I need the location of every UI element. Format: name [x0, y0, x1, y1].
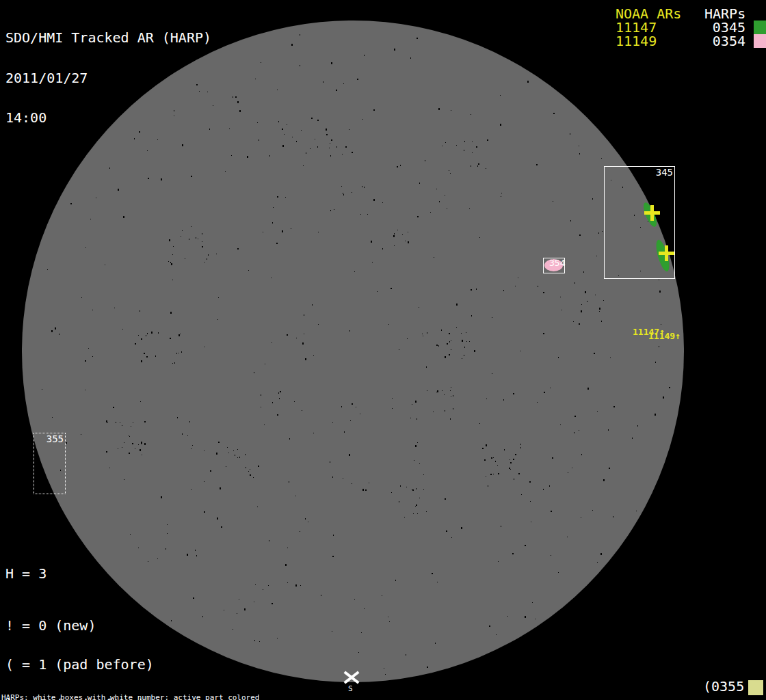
magnetogram-speckle [280, 391, 281, 392]
table-row: 11149 0354 [616, 34, 766, 48]
magnetogram-speckle [394, 49, 395, 51]
magnetogram-speckle [608, 429, 609, 431]
magnetogram-speckle [237, 457, 238, 458]
magnetogram-speckle [489, 625, 490, 627]
magnetogram-speckle [332, 422, 333, 423]
magnetogram-speckle [362, 489, 364, 491]
magnetogram-speckle [610, 358, 611, 358]
magnetogram-speckle [602, 231, 603, 232]
magnetogram-speckle [313, 355, 314, 356]
magnetogram-speckle [388, 324, 389, 325]
magnetogram-speckle [245, 454, 246, 455]
magnetogram-speckle [568, 472, 568, 473]
magnetogram-speckle [171, 263, 172, 265]
magnetogram-speckle [601, 321, 602, 322]
magnetogram-speckle [332, 556, 334, 557]
magnetogram-speckle [414, 460, 414, 461]
magnetogram-speckle [210, 470, 211, 472]
magnetogram-speckle [277, 414, 278, 416]
magnetogram-speckle [161, 496, 162, 498]
magnetogram-speckle [464, 347, 465, 348]
magnetogram-speckle [142, 455, 142, 455]
magnetogram-speckle [185, 258, 185, 259]
magnetogram-speckle [408, 241, 409, 243]
magnetogram-speckle [389, 621, 390, 622]
magnetogram-speckle [451, 387, 451, 388]
magnetogram-speckle [174, 363, 175, 364]
magnetogram-speckle [362, 186, 362, 187]
magnetogram-speckle [535, 619, 536, 619]
magnetogram-speckle [471, 289, 472, 291]
magnetogram-speckle [397, 230, 398, 230]
magnetogram-speckle [332, 476, 333, 478]
magnetogram-speckle [412, 404, 412, 405]
magnetogram-speckle [427, 332, 427, 334]
magnetogram-speckle [570, 220, 571, 221]
magnetogram-speckle [441, 329, 442, 331]
magnetogram-speckle [486, 399, 487, 399]
magnetogram-speckle [598, 232, 599, 234]
magnetogram-speckle [464, 141, 465, 142]
magnetogram-speckle [235, 455, 235, 456]
magnetogram-speckle [453, 408, 453, 409]
magnetogram-speckle [282, 230, 283, 232]
noaa-ar-11149-cross-icon [659, 245, 674, 261]
magnetogram-speckle [192, 445, 193, 446]
magnetogram-speckle [570, 133, 570, 135]
magnetogram-speckle [148, 178, 149, 179]
noaa-harp-table: NOAA ARs HARPs 11147 0345 11149 0354 [616, 7, 766, 48]
magnetogram-speckle [573, 321, 574, 322]
magnetogram-speckle [442, 146, 443, 146]
magnetogram-speckle [120, 422, 120, 423]
magnetogram-speckle [364, 187, 365, 188]
magnetogram-speckle [138, 335, 139, 336]
magnetogram-speckle [364, 55, 365, 56]
magnetogram-speckle [278, 121, 279, 122]
magnetogram-speckle [450, 390, 451, 391]
footnotes: HARPs: white boxes with white number; ac… [1, 677, 291, 700]
magnetogram-speckle [317, 146, 318, 148]
magnetogram-speckle [560, 425, 561, 425]
magnetogram-speckle [279, 398, 280, 399]
magnetogram-speckle [196, 237, 196, 239]
magnetogram-speckle [213, 105, 213, 106]
magnetogram-speckle [141, 442, 142, 444]
magnetogram-speckle [417, 418, 417, 420]
magnetogram-speckle [583, 271, 584, 273]
magnetogram-speckle [382, 248, 383, 250]
harp-box-355-placeholder: 355 [34, 433, 66, 494]
magnetogram-speckle [122, 329, 123, 329]
magnetogram-speckle [356, 407, 356, 407]
magnetogram-speckle [177, 417, 178, 418]
magnetogram-speckle [456, 304, 458, 306]
magnetogram-speckle [581, 517, 581, 518]
magnetogram-speckle [596, 256, 597, 256]
magnetogram-speckle [520, 447, 521, 448]
magnetogram-speckle [581, 304, 582, 305]
magnetogram-speckle [172, 254, 173, 255]
magnetogram-speckle [329, 148, 330, 148]
magnetogram-speckle [118, 189, 119, 191]
magnetogram-speckle [268, 585, 269, 586]
noaa-number: 11149 [616, 34, 704, 48]
harp-number: 0345 [704, 21, 745, 34]
harp-box-345: 345 [604, 166, 675, 279]
magnetogram-speckle [525, 616, 526, 618]
magnetogram-speckle [333, 535, 334, 536]
magnetogram-speckle [406, 654, 406, 656]
magnetogram-speckle [442, 390, 443, 391]
magnetogram-speckle [237, 248, 239, 250]
magnetogram-speckle [451, 110, 451, 111]
magnetogram-speckle [107, 422, 108, 423]
magnetogram-speckle [233, 96, 233, 98]
magnetogram-speckle [437, 582, 438, 582]
magnetogram-speckle [562, 310, 562, 310]
magnetogram-speckle [464, 150, 464, 151]
magnetogram-speckle [168, 261, 169, 262]
magnetogram-speckle [367, 214, 368, 215]
magnetogram-speckle [146, 356, 148, 358]
magnetogram-speckle [391, 288, 392, 289]
magnetogram-speckle [423, 489, 424, 490]
magnetogram-speckle [488, 485, 488, 487]
magnetogram-speckle [439, 201, 440, 202]
